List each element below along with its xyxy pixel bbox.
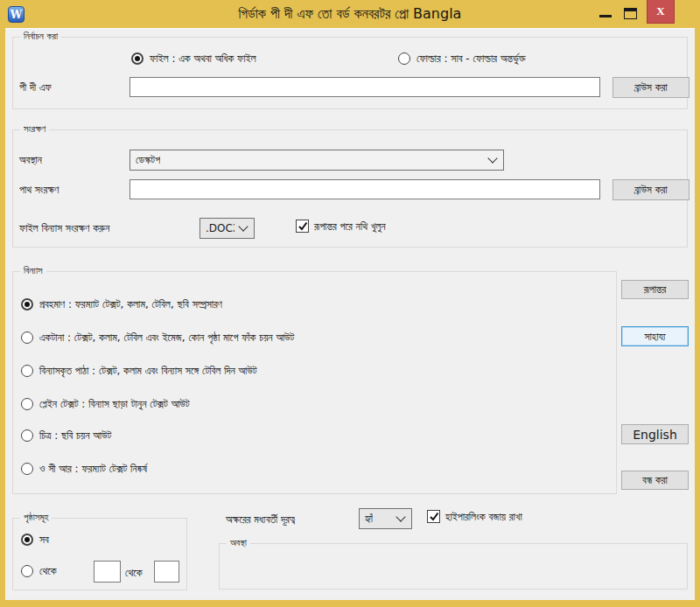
- layout-option-ocr[interactable]: ও সী আর : ফরম্যাট টেক্সট নিষ্কর্ষ: [21, 463, 147, 475]
- pages-all-radio[interactable]: সব: [21, 534, 49, 546]
- layout-option-label: প্রবহমাণ : ফরম্যাট টেক্সট, কলাম, টেবিল, …: [39, 298, 222, 310]
- minimize-button[interactable]: [594, 0, 617, 24]
- radio-file[interactable]: ফাইল : এক অথবা অধিক ফাইল: [131, 52, 256, 65]
- close-button[interactable]: X: [647, 0, 675, 24]
- radio-folder[interactable]: ফোল্ডার : সাব - ফোল্ডার অন্তর্ভুক্ত: [398, 52, 526, 65]
- location-dropdown[interactable]: ডেস্কটপ: [130, 150, 504, 171]
- radio-icon: [21, 298, 33, 310]
- minimize-icon: [599, 15, 612, 17]
- radio-file-icon: [131, 52, 144, 65]
- file-format-value: .DOCX: [206, 222, 234, 234]
- page-to-input[interactable]: [154, 561, 179, 583]
- open-after-checkbox[interactable]: রূপান্তর পরে নথি খুলুন: [296, 220, 386, 233]
- layout-option-label: বিন্যাসকৃত পাঠা : টেক্সট, কলাম এবং বিন্য…: [39, 365, 257, 377]
- layout-option-images[interactable]: চিত্র : ছবি চয়ন আউট: [21, 429, 111, 442]
- selection-legend: নির্বাচন করা: [20, 31, 61, 42]
- pdf-path-input[interactable]: [130, 77, 600, 97]
- help-button[interactable]: সাহায্য: [621, 326, 689, 346]
- save-legend: সংরক্ষণ: [20, 123, 49, 135]
- char-spacing-label: অক্ষরের মধ্যবর্তী দূরত্ব: [226, 513, 295, 526]
- status-groupbox: অবস্থা: [219, 543, 688, 590]
- pages-range-radio[interactable]: থেকে: [21, 565, 57, 577]
- file-format-label: ফাইল বিন্যাস সংরক্ষণ করুন: [19, 222, 109, 234]
- layout-option-label: চিত্র : ছবি চয়ন আউট: [39, 429, 111, 442]
- checkmark-icon: [427, 510, 440, 523]
- save-path-input[interactable]: [130, 179, 600, 199]
- layout-option-formatted[interactable]: বিন্যাসকৃত পাঠা : টেক্সট, কলাম এবং বিন্য…: [21, 365, 257, 377]
- status-legend: অবস্থা: [227, 537, 250, 548]
- browse-save-button[interactable]: ব্রাউস করা: [612, 179, 690, 200]
- file-format-dropdown[interactable]: .DOCX: [200, 218, 255, 239]
- char-spacing-value: হ্যাঁ: [365, 513, 373, 525]
- radio-icon: [21, 331, 33, 344]
- char-spacing-dropdown[interactable]: হ্যাঁ: [359, 508, 412, 529]
- layout-option-flowing[interactable]: প্রবহমাণ : ফরম্যাট টেক্সট, কলাম, টেবিল, …: [21, 298, 222, 310]
- close-app-button[interactable]: বন্ধ করা: [621, 471, 689, 490]
- chevron-down-icon: [487, 153, 497, 163]
- layout-option-continuous[interactable]: একটানা : টেক্সট, কলাম, টেবিল এবং ইমেজ, ক…: [21, 331, 294, 344]
- checkmark-icon: [296, 220, 309, 233]
- convert-button[interactable]: রূপান্তর: [621, 280, 689, 299]
- hyperlink-label: হাইপারলিংক বজায় রাখা: [445, 511, 522, 523]
- app-window: W গির্ডাক পী দী এফ তো বর্ড কনবরটর প্রো B…: [0, 0, 700, 607]
- page-from-input[interactable]: [94, 561, 121, 583]
- chevron-down-icon: [396, 512, 405, 521]
- chevron-down-icon: [238, 221, 248, 231]
- layout-option-label: একটানা : টেক্সট, কলাম, টেবিল এবং ইমেজ, ক…: [39, 331, 294, 344]
- radio-folder-label: ফোল্ডার : সাব - ফোল্ডার অন্তর্ভুক্ত: [416, 52, 526, 65]
- pages-from-label: থেকে: [39, 565, 57, 577]
- layout-option-label: প্লেইন টেক্সট : বিন্যাস ছাড়া টানুন টেক্…: [39, 398, 190, 410]
- open-after-label: রূপান্তর পরে নথি খুলুন: [314, 220, 386, 233]
- maximize-button[interactable]: [619, 0, 642, 24]
- pages-legend: পৃষ্ঠাসমূহ: [20, 512, 52, 523]
- close-icon: X: [656, 4, 664, 18]
- layout-option-plain-text[interactable]: প্লেইন টেক্সট : বিন্যাস ছাড়া টানুন টেক্…: [21, 398, 190, 410]
- save-path-label: পাথ সংরক্ষণ: [19, 184, 59, 196]
- location-label: অবস্থান: [19, 154, 42, 166]
- browse-pdf-button[interactable]: ব্রাউস করা: [612, 77, 690, 98]
- radio-icon: [21, 463, 33, 475]
- radio-icon: [21, 565, 33, 577]
- radio-folder-icon: [398, 52, 410, 65]
- pages-all-label: সব: [39, 534, 49, 546]
- layout-legend: বিন্যাস: [20, 265, 46, 276]
- hyperlink-checkbox[interactable]: হাইপারলিংক বজায় রাখা: [427, 510, 522, 523]
- radio-icon: [21, 398, 33, 410]
- radio-icon: [21, 365, 33, 377]
- page-to-label: থেকে: [125, 567, 143, 579]
- radio-file-label: ফাইল : এক অথবা অধিক ফাইল: [150, 52, 256, 65]
- location-value: ডেস্কটপ: [136, 154, 160, 166]
- radio-icon: [21, 429, 33, 442]
- title-bar: W গির্ডাক পী দী এফ তো বর্ড কনবরটর প্রো B…: [0, 0, 700, 28]
- pdf-label: পী দী এফ: [19, 81, 52, 94]
- layout-option-label: ও সী আর : ফরম্যাট টেক্সট নিষ্কর্ষ: [39, 463, 147, 475]
- selection-groupbox: নির্বাচন করা: [12, 37, 688, 109]
- radio-icon: [21, 534, 33, 546]
- maximize-icon: [624, 8, 637, 19]
- english-button[interactable]: English: [621, 424, 689, 444]
